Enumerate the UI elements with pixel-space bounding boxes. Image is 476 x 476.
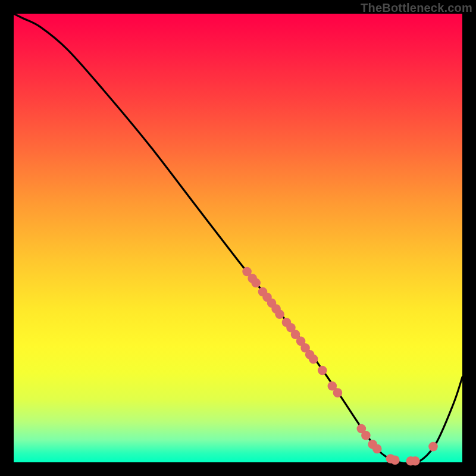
data-dot xyxy=(390,455,400,465)
data-dot xyxy=(251,278,261,288)
data-dot xyxy=(333,388,343,397)
bottleneck-curve xyxy=(14,14,462,464)
plot-area xyxy=(14,14,462,462)
curve-svg xyxy=(14,14,462,462)
data-dot xyxy=(428,442,438,452)
data-dot xyxy=(275,309,284,319)
data-dot xyxy=(309,355,318,364)
watermark-label: TheBottleneck.com xyxy=(361,1,472,15)
chart-frame: TheBottleneck.com xyxy=(0,0,476,476)
data-dot xyxy=(318,366,327,375)
data-dot xyxy=(361,431,371,440)
highlight-dots xyxy=(242,267,438,466)
data-dot xyxy=(411,456,420,466)
data-dot xyxy=(372,444,382,454)
